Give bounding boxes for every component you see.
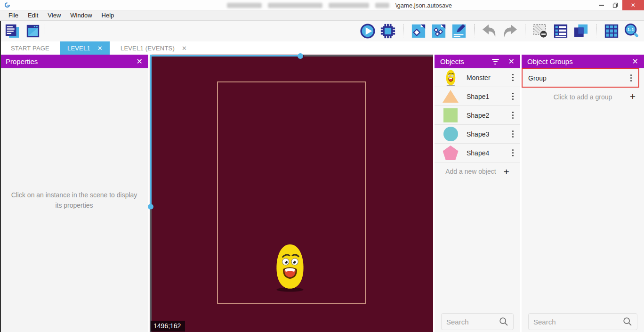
object-menu-kebab-icon[interactable] (508, 128, 518, 140)
toolbar-right-group: 1:1 (359, 23, 640, 40)
debugger-button[interactable] (379, 23, 396, 40)
tab-label: LEVEL1 (67, 45, 90, 52)
tab-label: LEVEL1 (EVENTS) (121, 45, 175, 52)
delete-instances-button[interactable] (532, 23, 549, 40)
toolbar-separator (525, 24, 525, 38)
menu-help[interactable]: Help (97, 10, 119, 20)
window-title: \game.json.autosave (227, 0, 452, 10)
edit-properties-icon (451, 24, 467, 39)
tab-level1-events[interactable]: LEVEL1 (EVENTS) ✕ (113, 41, 194, 55)
debugger-chip-icon (380, 23, 396, 39)
layers-button[interactable] (572, 23, 589, 40)
triangle-thumbnail-icon (435, 90, 467, 103)
project-manager-button[interactable] (4, 23, 21, 40)
monster-instance[interactable] (273, 242, 307, 292)
undo-arrow-icon (482, 23, 498, 39)
properties-empty-message: Click on an instance in the scene to dis… (8, 190, 140, 211)
object-row-shape2[interactable]: Shape2 (435, 106, 520, 125)
close-button[interactable]: ✕ (622, 0, 644, 10)
scene-properties-button[interactable] (451, 23, 467, 40)
close-panel-icon[interactable]: ✕ (137, 58, 143, 65)
objects-panel-title: Objects (440, 57, 464, 65)
objects-editor-button[interactable] (410, 23, 427, 40)
object-menu-kebab-icon[interactable] (508, 90, 518, 103)
tab-start-page[interactable]: START PAGE (4, 41, 56, 55)
window-title-text: \game.json.autosave (395, 2, 452, 9)
square-thumbnail-icon (435, 108, 467, 122)
add-group-button[interactable]: Click to add a group + (522, 88, 644, 106)
horizontal-scrollbar-track[interactable] (304, 55, 433, 57)
start-page-button[interactable] (24, 23, 41, 40)
objects-panel: Objects ✕ Monster Shape1 Shape2 Shape3 (435, 55, 520, 332)
objects-search-input[interactable] (442, 318, 499, 326)
menu-view[interactable]: View (43, 10, 65, 20)
object-groups-panel: Object Groups ✕ Group Click to add a gro… (522, 55, 644, 332)
vertical-scrollbar-track[interactable] (150, 55, 152, 204)
zoom-ratio-label: 1:1 (627, 27, 634, 32)
horizontal-scrollbar-track[interactable] (150, 55, 298, 57)
properties-panel: Properties ✕ Click on an instance in the… (0, 55, 148, 332)
menu-window[interactable]: Window (65, 10, 97, 20)
object-name: Shape3 (467, 130, 508, 138)
toolbar-separator (403, 24, 403, 38)
horizontal-scrollbar-thumb[interactable] (298, 53, 303, 59)
groups-search-box (528, 313, 637, 330)
scene-canvas[interactable]: 1496;162 (150, 55, 433, 332)
object-groups-panel-title: Object Groups (527, 57, 573, 65)
object-row-shape1[interactable]: Shape1 (435, 87, 520, 106)
window-controls: ✕ (594, 0, 644, 10)
object-name: Shape4 (467, 149, 508, 157)
toolbar-separator (474, 24, 475, 38)
search-icon (499, 317, 508, 326)
restore-button[interactable] (608, 0, 622, 10)
objects-panel-header: Objects ✕ (435, 55, 520, 68)
object-row-shape4[interactable]: Shape4 (435, 144, 520, 162)
object-menu-kebab-icon[interactable] (508, 147, 518, 159)
menu-bar: File Edit View Window Help (0, 10, 644, 21)
restore-icon (612, 2, 618, 8)
tab-close-icon[interactable]: ✕ (182, 45, 187, 52)
object-row-shape3[interactable]: Shape3 (435, 125, 520, 144)
close-panel-icon[interactable]: ✕ (632, 58, 638, 65)
vertical-scrollbar-track[interactable] (150, 210, 152, 332)
object-groups-editor-button[interactable] (430, 23, 447, 40)
mask-minus-icon (532, 23, 548, 39)
preview-play-button[interactable] (359, 23, 376, 40)
properties-panel-title: Properties (6, 57, 38, 65)
monster-thumbnail-icon (435, 69, 467, 86)
filter-icon[interactable] (491, 57, 500, 66)
menu-file[interactable]: File (4, 10, 23, 20)
instances-list-button[interactable] (552, 23, 569, 40)
group-row-highlighted[interactable]: Group (522, 68, 639, 88)
tab-level1-scene[interactable]: LEVEL1 ✕ (60, 41, 110, 55)
object-menu-kebab-icon[interactable] (508, 109, 518, 121)
grid-icon (604, 24, 619, 39)
menu-edit[interactable]: Edit (23, 10, 43, 20)
close-panel-icon[interactable]: ✕ (508, 58, 515, 65)
plus-icon: + (504, 167, 509, 177)
start-page-icon (25, 24, 40, 39)
toggle-grid-button[interactable] (603, 23, 620, 40)
close-icon: ✕ (631, 2, 636, 8)
redo-button[interactable] (501, 23, 518, 40)
pentagon-thumbnail-icon (435, 146, 467, 160)
groups-search-input[interactable] (529, 318, 623, 326)
redo-arrow-icon (502, 23, 518, 39)
tab-close-icon[interactable]: ✕ (97, 45, 103, 52)
toolbar-separator (45, 24, 45, 38)
play-icon (360, 23, 376, 39)
title-bar: \game.json.autosave ✕ (0, 0, 644, 10)
minimize-button[interactable] (594, 0, 608, 10)
undo-button[interactable] (481, 23, 498, 40)
object-menu-kebab-icon[interactable] (508, 72, 518, 84)
plus-icon: + (630, 91, 636, 101)
add-object-button[interactable]: Add a new object + (435, 162, 520, 180)
object-name: Shape1 (467, 93, 508, 100)
group-menu-kebab-icon[interactable] (627, 72, 636, 84)
object-row-monster[interactable]: Monster (435, 68, 520, 87)
instances-list-icon (553, 24, 568, 39)
redacted-title-segment (268, 3, 322, 8)
object-name: Shape2 (467, 112, 508, 119)
zoom-original-button[interactable]: 1:1 (623, 23, 640, 40)
vertical-scrollbar-thumb[interactable] (148, 204, 153, 210)
